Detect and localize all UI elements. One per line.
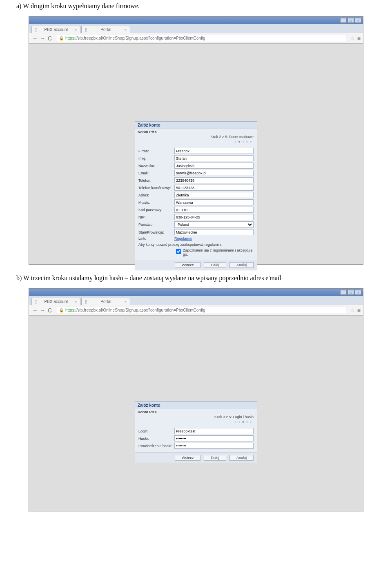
step-dots: ●●●●● — [135, 420, 257, 426]
haslo-input[interactable] — [174, 435, 254, 441]
wstecz-button[interactable]: Wstecz — [175, 262, 201, 268]
address-bar-row: ← → C 🔒 https://sip.freepbx.pl/OnlineSho… — [29, 305, 363, 316]
label-panstwo: Państwo: — [138, 223, 174, 227]
row-adres: Adres: — [138, 192, 254, 198]
lock-icon: 🔒 — [59, 36, 64, 40]
accept-label: Zapoznałem się z regulaminem i akceptuję… — [183, 248, 254, 256]
window-minimize-button[interactable]: – — [340, 290, 347, 295]
label-nazwisko: Nazwisko: — [138, 164, 174, 168]
panel-subtitle: Konto PBX — [135, 129, 257, 134]
panel-title: Załóż konto — [135, 402, 257, 409]
url-rest: ://sip.freepbx.pl/OnlineShop/Signup.aspx… — [74, 36, 205, 40]
tab-pbx-account[interactable]: ▯ PBX account × — [31, 298, 80, 305]
tabs-row: ▯ PBX account × ▯ Portal × — [29, 24, 363, 33]
window-minimize-button[interactable]: – — [340, 18, 347, 23]
nip-input[interactable] — [174, 214, 254, 220]
page-icon: ▯ — [85, 299, 87, 304]
tab-portal[interactable]: ▯ Portal × — [81, 298, 130, 305]
step-dots: ●●●●● — [135, 140, 257, 146]
accept-checkbox[interactable] — [176, 249, 181, 254]
row-panstwo: Państwo:Poland — [138, 221, 254, 228]
potw-input[interactable] — [174, 443, 254, 449]
label-email: Email: — [138, 171, 174, 175]
close-icon[interactable]: × — [125, 300, 127, 304]
row-telefon: Telefon: — [138, 177, 254, 183]
window-close-button[interactable]: × — [355, 18, 361, 23]
imie-input[interactable] — [174, 155, 254, 161]
row-imie: Imię: — [138, 155, 254, 161]
miasto-input[interactable] — [174, 199, 254, 205]
label-firma: Firma: — [138, 149, 174, 153]
browser-window: – □ × ▯ PBX account × ▯ Portal × ← → C 🔒… — [29, 16, 363, 265]
row-miasto: Miasto: — [138, 199, 254, 205]
anuluj-button[interactable]: Anuluj — [229, 455, 254, 461]
page-viewport: Załóż konto Konto PBX Krok 3 z 5: Login … — [29, 316, 363, 512]
url-https: https — [65, 308, 74, 312]
forward-button[interactable]: → — [39, 35, 46, 42]
back-button[interactable]: ← — [31, 35, 39, 42]
row-haslo: Hasło: — [138, 435, 254, 441]
menu-icon[interactable]: ≡ — [357, 307, 361, 314]
label-nip: NIP: — [138, 215, 174, 219]
signup-form: Firma: Imię: Nazwisko: Email: Telefon: T… — [135, 146, 257, 260]
screenshot-step3: – □ × ▯ PBX account × ▯ Portal × ← → C 🔒… — [0, 286, 392, 519]
panstwo-select[interactable]: Poland — [174, 221, 254, 228]
label-telefon-kom: Telefon komórkowy: — [138, 186, 174, 190]
panel-footer: Wstecz Dalej Anuluj — [135, 452, 257, 463]
telefon-input[interactable] — [174, 177, 254, 183]
label-adres: Adres: — [138, 193, 174, 197]
back-button[interactable]: ← — [31, 307, 39, 314]
label-haslo: Hasło: — [138, 437, 174, 441]
row-link: Link:Regulamin — [138, 236, 254, 241]
login-input[interactable] — [174, 428, 254, 434]
url-https: https — [65, 36, 74, 40]
close-icon[interactable]: × — [75, 300, 77, 304]
page-viewport: Załóż konto Konto PBX Krok 2 z 5: Dane o… — [29, 44, 363, 264]
row-telefon-kom: Telefon komórkowy: — [138, 185, 254, 191]
regulamin-link[interactable]: Regulamin — [174, 236, 192, 241]
window-titlebar: – □ × — [29, 289, 363, 296]
menu-icon[interactable]: ≡ — [357, 35, 361, 42]
panel-title: Załóż konto — [135, 122, 257, 129]
adres-input[interactable] — [174, 192, 254, 198]
address-input[interactable]: 🔒 https://sip.freepbx.pl/OnlineShop/Sign… — [56, 35, 346, 42]
accept-row: Zapoznałem się z regulaminem i akceptuję… — [138, 247, 254, 257]
firma-input[interactable] — [174, 148, 254, 154]
row-stan: Stan/Prowincja: — [138, 229, 254, 235]
row-potw: Potwierdzenie hasła: — [138, 443, 254, 449]
lock-icon: 🔒 — [59, 308, 64, 312]
panel-subtitle: Konto PBX — [135, 409, 257, 414]
window-maximize-button[interactable]: □ — [347, 290, 354, 295]
label-link: Link: — [138, 236, 174, 241]
tab-label: PBX account — [44, 27, 68, 32]
close-icon[interactable]: × — [75, 28, 77, 32]
kod-input[interactable] — [174, 207, 254, 213]
nazwisko-input[interactable] — [174, 163, 254, 169]
row-firma: Firma: — [138, 148, 254, 154]
window-close-button[interactable]: × — [355, 290, 361, 295]
anuluj-button[interactable]: Anuluj — [229, 262, 254, 268]
email-input[interactable] — [174, 170, 254, 176]
tab-pbx-account[interactable]: ▯ PBX account × — [31, 26, 80, 33]
close-icon[interactable]: × — [125, 28, 127, 32]
page-icon: ▯ — [35, 299, 38, 304]
window-maximize-button[interactable]: □ — [347, 18, 354, 23]
label-login: Login: — [138, 429, 174, 433]
bookmark-icon[interactable]: ☆ — [350, 36, 355, 41]
forward-button[interactable]: → — [39, 307, 46, 314]
tab-portal[interactable]: ▯ Portal × — [81, 26, 130, 33]
dalej-button[interactable]: Dalej — [204, 262, 226, 268]
wstecz-button[interactable]: Wstecz — [175, 455, 201, 461]
stan-input[interactable] — [174, 229, 254, 235]
url-rest: ://sip.freepbx.pl/OnlineShop/Signup.aspx… — [74, 308, 205, 312]
tabs-row: ▯ PBX account × ▯ Portal × — [29, 296, 363, 305]
reload-button[interactable]: C — [46, 35, 53, 42]
reload-button[interactable]: C — [46, 307, 53, 314]
address-input[interactable]: 🔒 https://sip.freepbx.pl/OnlineShop/Sign… — [56, 307, 346, 314]
step-indicator-text: Krok 2 z 5: Dane osobowe — [135, 134, 257, 140]
telefon-kom-input[interactable] — [174, 185, 254, 191]
bookmark-icon[interactable]: ☆ — [350, 308, 355, 313]
dalej-button[interactable]: Dalej — [204, 455, 226, 461]
panel-footer: Wstecz Dalej Anuluj — [135, 260, 257, 270]
tab-label: PBX account — [44, 299, 68, 304]
